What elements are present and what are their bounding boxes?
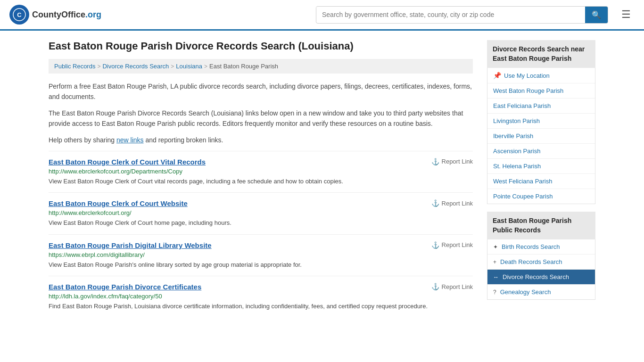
nearby-parish-link[interactable]: St. Helena Parish [493, 163, 541, 170]
result-url[interactable]: http://www.ebrclerkofcourt.org/ [49, 209, 473, 216]
sidebar-item-west-feliciana[interactable]: West Feliciana Parish [487, 174, 595, 189]
result-header: East Baton Rouge Parish Digital Library … [49, 241, 473, 249]
use-location-link[interactable]: Use My Location [504, 72, 550, 79]
death-records-link[interactable]: Death Records Search [500, 258, 562, 265]
result-description: View East Baton Rouge Clerk of Court hom… [49, 218, 473, 228]
sidebar-item-use-location[interactable]: 📌 Use My Location [487, 68, 595, 83]
sidebar-item-death-records[interactable]: + Death Records Search [487, 255, 595, 270]
hamburger-icon: ☰ [621, 8, 631, 20]
result-description: Find East Baton Rouge Parish, Louisiana … [49, 302, 473, 311]
search-button[interactable]: 🔍 [585, 7, 608, 23]
breadcrumb-sep-3: > [204, 63, 207, 70]
breadcrumb-sep-2: > [171, 63, 174, 70]
result-item: East Baton Rouge Parish Divorce Certific… [49, 276, 473, 318]
divorce-record-icon: ↔ [493, 274, 499, 280]
result-description: View East Baton Rouge Clerk of Court vit… [49, 177, 473, 186]
description-2: The East Baton Rouge Parish Divorce Reco… [49, 108, 473, 129]
sidebar-public-records-list: ✦ Birth Records Search + Death Records S… [487, 239, 595, 300]
genealogy-search-link[interactable]: Genealogy Search [500, 288, 551, 296]
sidebar-item-east-feliciana[interactable]: East Feliciana Parish [487, 99, 595, 114]
svg-text:C: C [17, 11, 22, 18]
sidebar-item-pointe-coupee[interactable]: Pointe Coupee Parish [487, 189, 595, 204]
sidebar-item-genealogy[interactable]: ? Genealogy Search [487, 285, 595, 299]
nearby-parish-link[interactable]: East Feliciana Parish [493, 102, 551, 109]
search-bar: 🔍 [316, 6, 608, 24]
logo-text: CountyOffice.org [32, 10, 101, 20]
description-3: Help others by sharing new links and rep… [49, 135, 473, 145]
divorce-records-label: Divorce Records Search [503, 273, 569, 280]
result-header: East Baton Rouge Parish Divorce Certific… [49, 283, 473, 291]
nearby-parish-link[interactable]: West Baton Rouge Parish [493, 87, 563, 94]
report-icon: ⚓ [431, 241, 439, 249]
result-header: East Baton Rouge Clerk of Court Website … [49, 199, 473, 207]
breadcrumb-current: East Baton Rouge Parish [209, 63, 278, 70]
breadcrumb-public-records[interactable]: Public Records [54, 63, 95, 70]
death-record-icon: + [493, 259, 496, 265]
report-icon: ⚓ [431, 158, 439, 165]
result-url[interactable]: http://ldh.la.gov/index.cfm/faq/category… [49, 293, 473, 300]
sidebar-item-iberville[interactable]: Iberville Parish [487, 129, 595, 144]
result-title[interactable]: East Baton Rouge Clerk of Court Website [49, 199, 188, 207]
result-description: View East Baton Rouge Parish's online li… [49, 260, 473, 270]
report-link-button[interactable]: ⚓ Report Link [431, 283, 473, 290]
main-container: East Baton Rouge Parish Divorce Records … [39, 31, 605, 327]
report-icon: ⚓ [431, 199, 439, 207]
sidebar-item-west-baton-rouge[interactable]: West Baton Rouge Parish [487, 83, 595, 99]
breadcrumb-louisiana[interactable]: Louisiana [176, 63, 202, 70]
nearby-parish-link[interactable]: Ascension Parish [493, 148, 540, 155]
results-list: East Baton Rouge Clerk of Court Vital Re… [49, 151, 473, 318]
sidebar: Divorce Records Search near East Baton R… [487, 40, 595, 318]
logo[interactable]: C CountyOffice.org [9, 5, 101, 25]
nearby-parish-link[interactable]: Iberville Parish [493, 132, 533, 140]
sidebar-item-st-helena[interactable]: St. Helena Parish [487, 159, 595, 174]
sidebar-nearby-list: 📌 Use My Location West Baton Rouge Paris… [487, 68, 595, 204]
breadcrumb: Public Records > Divorce Records Search … [49, 59, 473, 74]
result-url[interactable]: http://www.ebrclerkofcourt.org/Departmen… [49, 168, 473, 175]
result-item: East Baton Rouge Clerk of Court Vital Re… [49, 151, 473, 193]
search-icon: 🔍 [592, 11, 601, 19]
location-icon: 📌 [493, 72, 501, 79]
nearby-parish-link[interactable]: Livingston Parish [493, 117, 540, 124]
menu-button[interactable]: ☰ [618, 7, 635, 23]
sidebar-public-records-header: East Baton Rouge Parish Public Records [487, 212, 595, 239]
sidebar-item-birth-records[interactable]: ✦ Birth Records Search [487, 239, 595, 255]
result-title[interactable]: East Baton Rouge Parish Digital Library … [49, 241, 212, 249]
new-links-link[interactable]: new links [116, 136, 144, 144]
description-1: Perform a free East Baton Rouge Parish, … [49, 81, 473, 102]
sidebar-item-livingston[interactable]: Livingston Parish [487, 114, 595, 129]
nearby-parish-link[interactable]: West Feliciana Parish [493, 178, 552, 185]
breadcrumb-sep-1: > [97, 63, 100, 70]
report-icon: ⚓ [431, 283, 439, 290]
report-link-button[interactable]: ⚓ Report Link [431, 158, 473, 165]
result-title[interactable]: East Baton Rouge Parish Divorce Certific… [49, 283, 201, 291]
result-item: East Baton Rouge Parish Digital Library … [49, 234, 473, 276]
page-title: East Baton Rouge Parish Divorce Records … [49, 40, 473, 52]
report-link-button[interactable]: ⚓ Report Link [431, 199, 473, 207]
birth-records-link[interactable]: Birth Records Search [502, 243, 560, 250]
result-item: East Baton Rouge Clerk of Court Website … [49, 192, 473, 234]
birth-record-icon: ✦ [493, 244, 498, 250]
logo-icon: C [9, 5, 29, 25]
sidebar-item-divorce-records[interactable]: ↔ Divorce Records Search [487, 270, 595, 285]
header: C CountyOffice.org 🔍 ☰ [0, 0, 644, 31]
genealogy-record-icon: ? [493, 289, 496, 296]
content-area: East Baton Rouge Parish Divorce Records … [49, 40, 473, 318]
result-header: East Baton Rouge Clerk of Court Vital Re… [49, 158, 473, 166]
search-input[interactable] [316, 7, 585, 22]
sidebar-item-ascension[interactable]: Ascension Parish [487, 144, 595, 159]
result-url[interactable]: https://www.ebrpl.com/digitallibrary/ [49, 251, 473, 258]
result-title[interactable]: East Baton Rouge Clerk of Court Vital Re… [49, 158, 206, 166]
breadcrumb-divorce-records[interactable]: Divorce Records Search [102, 63, 169, 70]
report-link-button[interactable]: ⚓ Report Link [431, 241, 473, 249]
nearby-parish-link[interactable]: Pointe Coupee Parish [493, 193, 553, 200]
sidebar-nearby-header: Divorce Records Search near East Baton R… [487, 40, 595, 68]
